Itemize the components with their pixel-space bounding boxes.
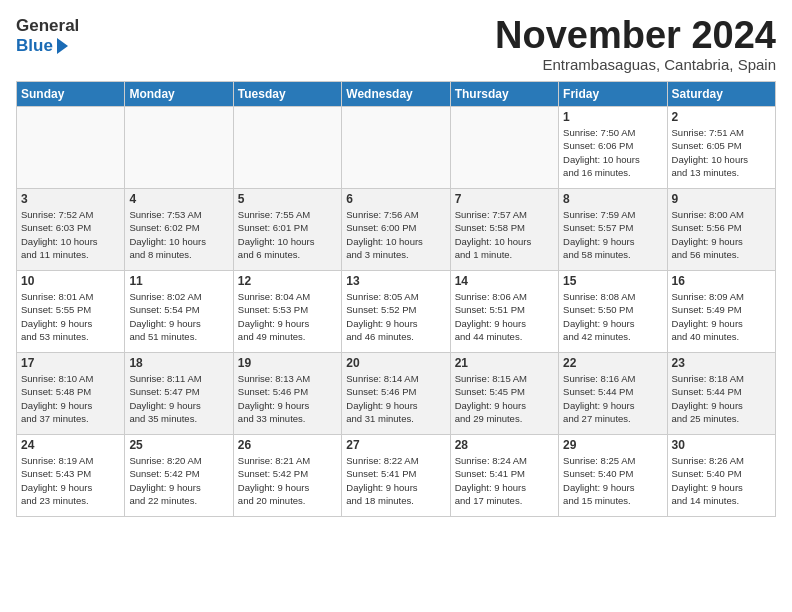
day-cell: 29Sunrise: 8:25 AM Sunset: 5:40 PM Dayli… [559,435,667,517]
logo: General Blue [16,16,79,56]
day-detail: Sunrise: 8:26 AM Sunset: 5:40 PM Dayligh… [672,454,771,507]
day-detail: Sunrise: 8:20 AM Sunset: 5:42 PM Dayligh… [129,454,228,507]
day-cell: 27Sunrise: 8:22 AM Sunset: 5:41 PM Dayli… [342,435,450,517]
col-header-monday: Monday [125,82,233,107]
day-number: 27 [346,438,445,452]
logo-text: General Blue [16,16,79,56]
day-number: 12 [238,274,337,288]
day-detail: Sunrise: 7:53 AM Sunset: 6:02 PM Dayligh… [129,208,228,261]
day-number: 21 [455,356,554,370]
logo-blue: Blue [16,36,53,56]
day-number: 26 [238,438,337,452]
day-detail: Sunrise: 8:00 AM Sunset: 5:56 PM Dayligh… [672,208,771,261]
day-cell: 16Sunrise: 8:09 AM Sunset: 5:49 PM Dayli… [667,271,775,353]
day-number: 11 [129,274,228,288]
day-number: 13 [346,274,445,288]
day-number: 7 [455,192,554,206]
day-number: 23 [672,356,771,370]
calendar-table: SundayMondayTuesdayWednesdayThursdayFrid… [16,81,776,517]
day-number: 18 [129,356,228,370]
day-detail: Sunrise: 8:08 AM Sunset: 5:50 PM Dayligh… [563,290,662,343]
col-header-thursday: Thursday [450,82,558,107]
day-cell [125,107,233,189]
day-cell: 4Sunrise: 7:53 AM Sunset: 6:02 PM Daylig… [125,189,233,271]
day-detail: Sunrise: 8:13 AM Sunset: 5:46 PM Dayligh… [238,372,337,425]
day-cell: 23Sunrise: 8:18 AM Sunset: 5:44 PM Dayli… [667,353,775,435]
day-number: 10 [21,274,120,288]
day-cell: 5Sunrise: 7:55 AM Sunset: 6:01 PM Daylig… [233,189,341,271]
day-number: 5 [238,192,337,206]
day-detail: Sunrise: 8:11 AM Sunset: 5:47 PM Dayligh… [129,372,228,425]
day-detail: Sunrise: 8:15 AM Sunset: 5:45 PM Dayligh… [455,372,554,425]
page: General Blue November 2024 Entrambasagua… [0,0,792,525]
col-header-wednesday: Wednesday [342,82,450,107]
day-detail: Sunrise: 8:05 AM Sunset: 5:52 PM Dayligh… [346,290,445,343]
logo-arrow-icon [57,38,68,54]
day-number: 2 [672,110,771,124]
day-number: 4 [129,192,228,206]
day-number: 17 [21,356,120,370]
day-detail: Sunrise: 7:56 AM Sunset: 6:00 PM Dayligh… [346,208,445,261]
day-cell: 13Sunrise: 8:05 AM Sunset: 5:52 PM Dayli… [342,271,450,353]
day-cell: 2Sunrise: 7:51 AM Sunset: 6:05 PM Daylig… [667,107,775,189]
day-cell: 21Sunrise: 8:15 AM Sunset: 5:45 PM Dayli… [450,353,558,435]
day-cell: 28Sunrise: 8:24 AM Sunset: 5:41 PM Dayli… [450,435,558,517]
day-cell: 18Sunrise: 8:11 AM Sunset: 5:47 PM Dayli… [125,353,233,435]
day-number: 14 [455,274,554,288]
day-number: 19 [238,356,337,370]
day-cell: 19Sunrise: 8:13 AM Sunset: 5:46 PM Dayli… [233,353,341,435]
logo-general: General [16,16,79,36]
day-detail: Sunrise: 8:14 AM Sunset: 5:46 PM Dayligh… [346,372,445,425]
day-number: 29 [563,438,662,452]
day-cell: 24Sunrise: 8:19 AM Sunset: 5:43 PM Dayli… [17,435,125,517]
day-cell: 30Sunrise: 8:26 AM Sunset: 5:40 PM Dayli… [667,435,775,517]
day-detail: Sunrise: 8:24 AM Sunset: 5:41 PM Dayligh… [455,454,554,507]
day-detail: Sunrise: 8:18 AM Sunset: 5:44 PM Dayligh… [672,372,771,425]
day-detail: Sunrise: 7:52 AM Sunset: 6:03 PM Dayligh… [21,208,120,261]
logo-blue-row: Blue [16,36,79,56]
day-detail: Sunrise: 7:55 AM Sunset: 6:01 PM Dayligh… [238,208,337,261]
day-cell: 11Sunrise: 8:02 AM Sunset: 5:54 PM Dayli… [125,271,233,353]
day-number: 6 [346,192,445,206]
header-row: SundayMondayTuesdayWednesdayThursdayFrid… [17,82,776,107]
day-cell: 17Sunrise: 8:10 AM Sunset: 5:48 PM Dayli… [17,353,125,435]
day-number: 25 [129,438,228,452]
day-detail: Sunrise: 7:59 AM Sunset: 5:57 PM Dayligh… [563,208,662,261]
day-detail: Sunrise: 7:51 AM Sunset: 6:05 PM Dayligh… [672,126,771,179]
day-number: 9 [672,192,771,206]
day-cell [342,107,450,189]
day-detail: Sunrise: 8:25 AM Sunset: 5:40 PM Dayligh… [563,454,662,507]
day-detail: Sunrise: 8:06 AM Sunset: 5:51 PM Dayligh… [455,290,554,343]
day-detail: Sunrise: 8:16 AM Sunset: 5:44 PM Dayligh… [563,372,662,425]
day-cell: 26Sunrise: 8:21 AM Sunset: 5:42 PM Dayli… [233,435,341,517]
week-row-1: 1Sunrise: 7:50 AM Sunset: 6:06 PM Daylig… [17,107,776,189]
col-header-saturday: Saturday [667,82,775,107]
day-detail: Sunrise: 8:01 AM Sunset: 5:55 PM Dayligh… [21,290,120,343]
day-detail: Sunrise: 8:21 AM Sunset: 5:42 PM Dayligh… [238,454,337,507]
day-cell [233,107,341,189]
week-row-2: 3Sunrise: 7:52 AM Sunset: 6:03 PM Daylig… [17,189,776,271]
week-row-4: 17Sunrise: 8:10 AM Sunset: 5:48 PM Dayli… [17,353,776,435]
col-header-friday: Friday [559,82,667,107]
day-detail: Sunrise: 8:09 AM Sunset: 5:49 PM Dayligh… [672,290,771,343]
day-cell: 10Sunrise: 8:01 AM Sunset: 5:55 PM Dayli… [17,271,125,353]
day-cell [450,107,558,189]
week-row-5: 24Sunrise: 8:19 AM Sunset: 5:43 PM Dayli… [17,435,776,517]
day-cell: 9Sunrise: 8:00 AM Sunset: 5:56 PM Daylig… [667,189,775,271]
week-row-3: 10Sunrise: 8:01 AM Sunset: 5:55 PM Dayli… [17,271,776,353]
title-block: November 2024 Entrambasaguas, Cantabria,… [495,16,776,73]
col-header-sunday: Sunday [17,82,125,107]
day-cell: 25Sunrise: 8:20 AM Sunset: 5:42 PM Dayli… [125,435,233,517]
day-detail: Sunrise: 8:10 AM Sunset: 5:48 PM Dayligh… [21,372,120,425]
header: General Blue November 2024 Entrambasagua… [16,16,776,73]
day-number: 22 [563,356,662,370]
day-cell [17,107,125,189]
day-number: 28 [455,438,554,452]
day-cell: 14Sunrise: 8:06 AM Sunset: 5:51 PM Dayli… [450,271,558,353]
day-number: 16 [672,274,771,288]
day-number: 20 [346,356,445,370]
day-number: 15 [563,274,662,288]
day-cell: 3Sunrise: 7:52 AM Sunset: 6:03 PM Daylig… [17,189,125,271]
day-detail: Sunrise: 8:04 AM Sunset: 5:53 PM Dayligh… [238,290,337,343]
day-detail: Sunrise: 7:57 AM Sunset: 5:58 PM Dayligh… [455,208,554,261]
